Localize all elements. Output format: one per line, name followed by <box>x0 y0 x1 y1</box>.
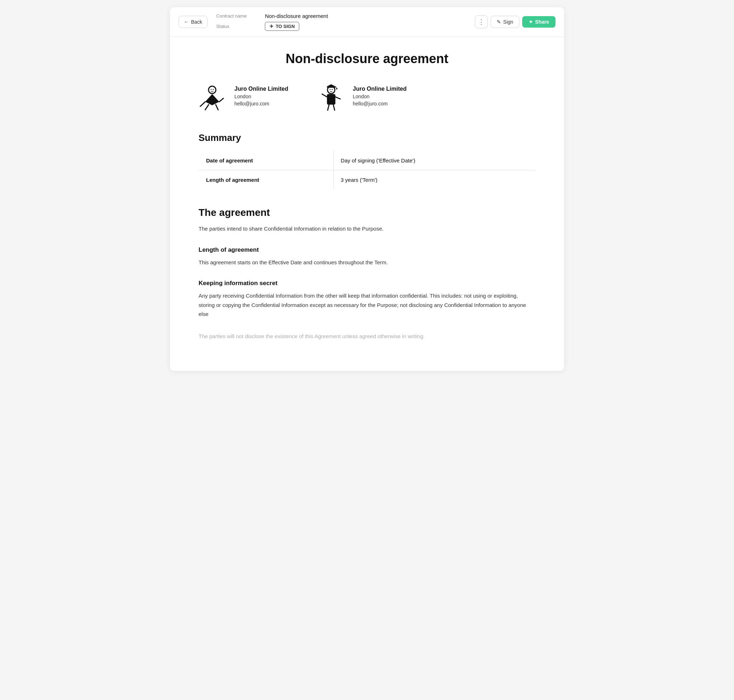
pen-icon: ✎ <box>497 19 501 25</box>
party-1-name: Juro Online Limited <box>234 86 288 92</box>
svg-point-1 <box>209 87 216 93</box>
back-label: Back <box>191 19 202 25</box>
summary-row-label: Length of agreement <box>199 171 334 190</box>
parties-section: Juro Online Limited London hello@juro.co… <box>198 84 536 115</box>
subsection-heading-1: Keeping information secret <box>198 280 536 287</box>
svg-line-20 <box>333 105 335 110</box>
svg-line-19 <box>327 105 329 110</box>
agreement-section: The agreement The parties intend to shar… <box>198 207 536 234</box>
svg-point-2 <box>211 89 212 90</box>
status-value: TO SIGN <box>276 24 295 29</box>
party-1: Juro Online Limited London hello@juro.co… <box>198 84 288 115</box>
svg-line-4 <box>200 102 206 106</box>
party-2-email: hello@juro.com <box>353 101 407 106</box>
contract-name-row: Contract name Non-disclosure agreement <box>216 13 466 19</box>
status-badge: ✈ TO SIGN <box>265 22 299 31</box>
svg-point-15 <box>336 88 338 90</box>
summary-row-label: Date of agreement <box>199 151 334 171</box>
subsection-body-0: This agreement starts on the Effective D… <box>198 258 536 267</box>
document-title: Non-disclosure agreement <box>198 51 536 66</box>
status-row: Status ✈ TO SIGN <box>216 22 466 31</box>
contract-name-label: Contract name <box>216 13 259 19</box>
summary-row-value: 3 years ('Term') <box>333 171 535 190</box>
agreement-intro: The parties intend to share Confidential… <box>198 224 536 234</box>
status-label: Status <box>216 24 259 29</box>
share-icon: ✦ <box>528 19 533 25</box>
party-2-name: Juro Online Limited <box>353 86 407 92</box>
contract-name-value: Non-disclosure agreement <box>265 13 328 19</box>
party-1-info: Juro Online Limited London hello@juro.co… <box>234 84 288 106</box>
svg-marker-13 <box>327 84 335 87</box>
party-1-mascot <box>198 84 227 115</box>
share-button[interactable]: ✦ Share <box>522 16 555 28</box>
summary-heading: Summary <box>198 132 536 143</box>
subsection-heading-0: Length of agreement <box>198 246 536 253</box>
party-2-info: Juro Online Limited London hello@juro.co… <box>353 84 407 106</box>
party-2-mascot <box>317 84 345 115</box>
back-arrow-icon: ← <box>184 19 189 25</box>
svg-line-6 <box>205 105 208 110</box>
svg-rect-12 <box>327 87 335 88</box>
summary-row: Date of agreementDay of signing ('Effect… <box>199 151 536 171</box>
subsection-0: Length of agreementThis agreement starts… <box>198 246 536 267</box>
svg-point-10 <box>330 89 331 90</box>
sign-button[interactable]: ✎ Sign <box>491 16 519 28</box>
svg-line-7 <box>216 105 218 110</box>
svg-rect-16 <box>327 94 335 104</box>
faded-paragraph: The parties will not disclose the existe… <box>198 332 536 341</box>
summary-row: Length of agreement3 years ('Term') <box>199 171 536 190</box>
send-icon: ✈ <box>270 24 273 29</box>
party-1-location: London <box>234 94 288 99</box>
sign-label: Sign <box>503 19 513 25</box>
party-1-email: hello@juro.com <box>234 101 288 106</box>
summary-table: Date of agreementDay of signing ('Effect… <box>198 151 536 190</box>
app-container: ← Back Contract name Non-disclosure agre… <box>170 7 564 371</box>
subsection-body-1: Any party receiving Confidential Informa… <box>198 291 536 319</box>
share-label: Share <box>535 19 549 25</box>
header-meta: Contract name Non-disclosure agreement S… <box>216 13 466 31</box>
summary-row-value: Day of signing ('Effective Date') <box>333 151 535 171</box>
header-actions: ⋮ ✎ Sign ✦ Share <box>475 15 555 28</box>
party-2-location: London <box>353 94 407 99</box>
document-content: Non-disclosure agreement <box>170 37 564 371</box>
more-icon: ⋮ <box>478 18 484 26</box>
party-2: Juro Online Limited London hello@juro.co… <box>317 84 407 115</box>
svg-line-17 <box>322 94 327 97</box>
svg-point-11 <box>332 89 333 90</box>
more-button[interactable]: ⋮ <box>475 15 488 28</box>
svg-point-3 <box>213 89 214 90</box>
subsection-1: Keeping information secretAny party rece… <box>198 280 536 319</box>
subsections-container: Length of agreementThis agreement starts… <box>198 246 536 319</box>
header: ← Back Contract name Non-disclosure agre… <box>170 7 564 37</box>
back-button[interactable]: ← Back <box>179 16 207 28</box>
svg-line-5 <box>219 98 224 102</box>
svg-line-18 <box>335 97 341 99</box>
agreement-heading: The agreement <box>198 207 536 218</box>
